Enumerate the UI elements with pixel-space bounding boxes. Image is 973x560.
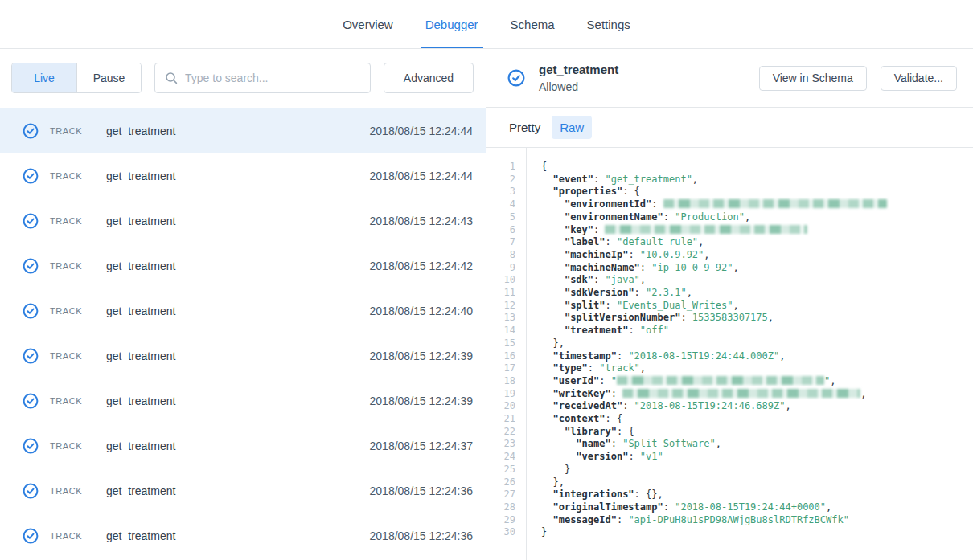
event-timestamp: 2018/08/15 12:24:36 <box>370 484 473 497</box>
line-number: 24 <box>486 451 515 464</box>
event-name: get_treatment <box>106 125 175 137</box>
code-line: "splitVersionNumber": 1533583307175, <box>541 312 973 325</box>
line-number: 5 <box>486 211 515 224</box>
event-timestamp: 2018/08/15 12:24:36 <box>370 529 473 542</box>
search-box[interactable] <box>154 63 371 93</box>
line-number: 25 <box>486 464 515 476</box>
event-type-label: TRACK <box>50 216 106 226</box>
code-line: "timestamp": "2018-08-15T19:24:44.000Z", <box>541 350 973 363</box>
code-line: "name": "Split Software", <box>541 438 973 451</box>
tab-overview[interactable]: Overview <box>343 0 393 48</box>
event-name: get_treatment <box>106 305 175 317</box>
json-code: { "event": "get_treatment", "properties"… <box>527 148 973 560</box>
line-number: 26 <box>486 476 515 489</box>
event-name: get_treatment <box>106 529 175 542</box>
line-number: 21 <box>486 413 515 426</box>
tab-pretty[interactable]: Pretty <box>501 116 548 139</box>
line-number: 17 <box>486 362 515 375</box>
event-row[interactable]: TRACKget_treatment2018/08/15 12:24:40 <box>0 288 486 333</box>
event-row[interactable]: TRACKget_treatment2018/08/15 12:24:44 <box>0 108 486 153</box>
event-detail-status: Allowed <box>539 80 618 95</box>
event-timestamp: 2018/08/15 12:24:43 <box>370 215 473 227</box>
advanced-button[interactable]: Advanced <box>384 63 474 93</box>
line-number: 9 <box>486 262 515 275</box>
code-line: "machineIp": "10.0.9.92", <box>541 249 973 262</box>
event-timestamp: 2018/08/15 12:24:39 <box>370 394 473 407</box>
event-name: get_treatment <box>106 439 175 452</box>
redacted-value <box>617 376 824 385</box>
event-row[interactable]: TRACKget_treatment2018/08/15 12:24:44 <box>0 153 486 198</box>
code-line: "userId": "", <box>541 375 973 388</box>
event-name: get_treatment <box>106 394 175 407</box>
line-number: 18 <box>486 375 515 388</box>
line-number: 13 <box>486 312 515 325</box>
line-number: 30 <box>486 526 515 539</box>
code-line: "library": { <box>541 426 973 439</box>
code-line: }, <box>541 337 973 350</box>
line-number: 29 <box>486 514 515 527</box>
event-row[interactable]: TRACKget_treatment2018/08/15 12:24:36 <box>0 468 486 513</box>
pause-button[interactable]: Pause <box>76 63 141 92</box>
line-number: 12 <box>486 300 515 313</box>
event-type-label: TRACK <box>50 486 106 496</box>
code-line: "treatment": "off" <box>541 325 973 337</box>
event-status-check-icon <box>23 483 39 499</box>
code-line: "originalTimestamp": "2018-08-15T19:24:4… <box>541 501 973 514</box>
line-number: 11 <box>486 287 515 300</box>
validate-button[interactable]: Validate... <box>881 66 957 91</box>
search-icon <box>165 72 178 84</box>
line-number: 6 <box>486 224 515 237</box>
detail-header: get_treatment Allowed View in Schema Val… <box>486 49 973 108</box>
search-input[interactable] <box>185 72 360 84</box>
event-type-label: TRACK <box>50 171 106 181</box>
code-line: "messageId": "api-DPuH8u1sPD98AWjgBu8slR… <box>541 514 973 527</box>
event-row[interactable]: TRACKget_treatment2018/08/15 12:24:39 <box>0 333 486 378</box>
tab-settings[interactable]: Settings <box>587 0 630 48</box>
raw-json-viewer[interactable]: 1234567891011121314151617181920212223242… <box>486 148 973 560</box>
code-line: "integrations": {}, <box>541 488 973 501</box>
line-number: 2 <box>486 174 515 186</box>
event-status-check-icon <box>23 438 39 454</box>
event-status-check-icon <box>23 168 39 184</box>
code-line: "key": <box>541 224 973 237</box>
live-button[interactable]: Live <box>12 63 76 92</box>
event-status-check-icon <box>23 528 39 544</box>
event-row[interactable]: TRACKget_treatment2018/08/15 12:24:39 <box>0 378 486 423</box>
code-line: "machineName": "ip-10-0-9-92", <box>541 262 973 275</box>
code-line: "environmentName": "Production", <box>541 211 973 224</box>
allowed-check-icon <box>507 69 525 87</box>
redacted-value <box>605 225 807 234</box>
line-number: 8 <box>486 249 515 262</box>
event-name: get_treatment <box>106 260 175 272</box>
line-number: 28 <box>486 501 515 514</box>
event-row[interactable]: TRACKget_treatment2018/08/15 12:24:37 <box>0 423 486 468</box>
event-type-label: TRACK <box>50 126 106 136</box>
event-detail-panel: get_treatment Allowed View in Schema Val… <box>486 49 973 560</box>
line-number-gutter: 1234567891011121314151617181920212223242… <box>486 148 527 560</box>
line-number: 4 <box>486 198 515 211</box>
main-split: Live Pause Advanced TRACKget_treatment20… <box>0 49 973 560</box>
event-type-label: TRACK <box>50 306 106 316</box>
event-row[interactable]: TRACKget_treatment2018/08/15 12:24:36 <box>0 513 486 558</box>
redacted-value <box>663 199 887 208</box>
live-pause-toggle: Live Pause <box>11 63 142 93</box>
event-timestamp: 2018/08/15 12:24:37 <box>370 439 473 452</box>
line-number: 3 <box>486 186 515 198</box>
event-type-label: TRACK <box>50 531 106 541</box>
event-timestamp: 2018/08/15 12:24:42 <box>370 260 473 272</box>
line-number: 23 <box>486 438 515 451</box>
event-list: TRACKget_treatment2018/08/15 12:24:44TRA… <box>0 108 486 560</box>
code-line: }, <box>541 476 973 489</box>
tab-raw[interactable]: Raw <box>552 116 592 139</box>
event-type-label: TRACK <box>50 351 106 361</box>
payload-view-tabs: Pretty Raw <box>486 108 973 148</box>
line-number: 14 <box>486 325 515 337</box>
tab-schema[interactable]: Schema <box>511 0 555 48</box>
view-in-schema-button[interactable]: View in Schema <box>759 66 867 91</box>
event-row[interactable]: TRACKget_treatment2018/08/15 12:24:42 <box>0 243 486 288</box>
top-nav: OverviewDebuggerSchemaSettings <box>0 0 973 49</box>
event-timestamp: 2018/08/15 12:24:39 <box>370 349 473 362</box>
tab-debugger[interactable]: Debugger <box>425 0 478 48</box>
event-row[interactable]: TRACKget_treatment2018/08/15 12:24:43 <box>0 198 486 243</box>
code-line: "label": "default rule", <box>541 236 973 249</box>
